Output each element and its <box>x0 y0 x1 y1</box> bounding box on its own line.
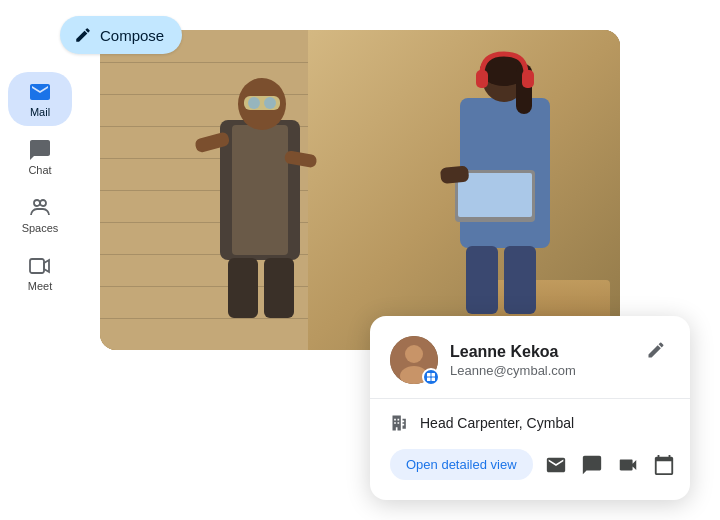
svg-point-25 <box>405 345 423 363</box>
person-left-figure <box>190 60 330 340</box>
svg-rect-4 <box>232 125 288 255</box>
svg-point-7 <box>248 97 260 109</box>
svg-rect-18 <box>522 70 534 88</box>
profile-card: Leanne Kekoa Leanne@cymbal.com Head Carp… <box>370 316 690 500</box>
chat-icon <box>28 138 52 162</box>
card-job: Head Carpenter, Cymbal <box>390 413 670 433</box>
svg-rect-30 <box>432 378 436 382</box>
svg-rect-22 <box>466 246 498 314</box>
chat-action-button[interactable] <box>581 454 603 476</box>
meet-icon <box>28 254 52 278</box>
sidebar-item-spaces[interactable]: Spaces <box>8 188 72 242</box>
edit-icon <box>646 340 666 360</box>
card-divider <box>370 398 690 399</box>
mail-icon <box>28 80 52 104</box>
person-right-figure <box>430 40 580 340</box>
calendar-action-button[interactable] <box>653 454 675 476</box>
photo-scene <box>100 30 620 350</box>
contact-email: Leanne@cymbal.com <box>450 363 576 378</box>
svg-point-0 <box>34 200 40 206</box>
video-action-icon <box>617 454 639 476</box>
svg-rect-23 <box>504 246 536 314</box>
svg-rect-12 <box>264 258 294 318</box>
meet-label: Meet <box>28 280 52 292</box>
nav-items: Mail Chat Spaces <box>0 72 80 300</box>
workspace-badge <box>422 368 440 386</box>
edit-button[interactable] <box>642 336 670 364</box>
action-icons <box>545 454 675 476</box>
avatar-wrapper <box>390 336 438 384</box>
building-icon <box>390 413 410 433</box>
card-actions: Open detailed view <box>390 449 670 480</box>
mail-action-icon <box>545 454 567 476</box>
svg-rect-11 <box>228 258 258 318</box>
sidebar-item-mail[interactable]: Mail <box>8 72 72 126</box>
pencil-icon <box>74 26 92 44</box>
chat-label: Chat <box>28 164 51 176</box>
sidebar-item-meet[interactable]: Meet <box>8 246 72 300</box>
card-header: Leanne Kekoa Leanne@cymbal.com <box>390 336 670 384</box>
video-action-button[interactable] <box>617 454 639 476</box>
card-name-area: Leanne Kekoa Leanne@cymbal.com <box>450 343 576 378</box>
card-avatar-area: Leanne Kekoa Leanne@cymbal.com <box>390 336 576 384</box>
sidebar: Compose Mail Chat <box>0 0 80 520</box>
spaces-icon <box>28 196 52 220</box>
svg-rect-20 <box>458 173 532 217</box>
mail-label: Mail <box>30 106 50 118</box>
mail-action-button[interactable] <box>545 454 567 476</box>
photo-area <box>100 30 620 350</box>
svg-point-1 <box>40 200 46 206</box>
svg-rect-28 <box>432 373 436 377</box>
svg-rect-27 <box>427 373 431 377</box>
contact-job-title: Head Carpenter, Cymbal <box>420 415 574 431</box>
svg-rect-21 <box>440 166 469 184</box>
svg-rect-29 <box>427 378 431 382</box>
spaces-label: Spaces <box>22 222 59 234</box>
svg-rect-2 <box>30 259 44 273</box>
svg-point-8 <box>264 97 276 109</box>
compose-button[interactable]: Compose <box>60 16 182 54</box>
svg-rect-17 <box>476 70 488 88</box>
compose-label: Compose <box>100 27 164 44</box>
chat-action-icon <box>581 454 603 476</box>
contact-name: Leanne Kekoa <box>450 343 576 361</box>
calendar-action-icon <box>653 454 675 476</box>
sidebar-item-chat[interactable]: Chat <box>8 130 72 184</box>
open-detail-view-button[interactable]: Open detailed view <box>390 449 533 480</box>
